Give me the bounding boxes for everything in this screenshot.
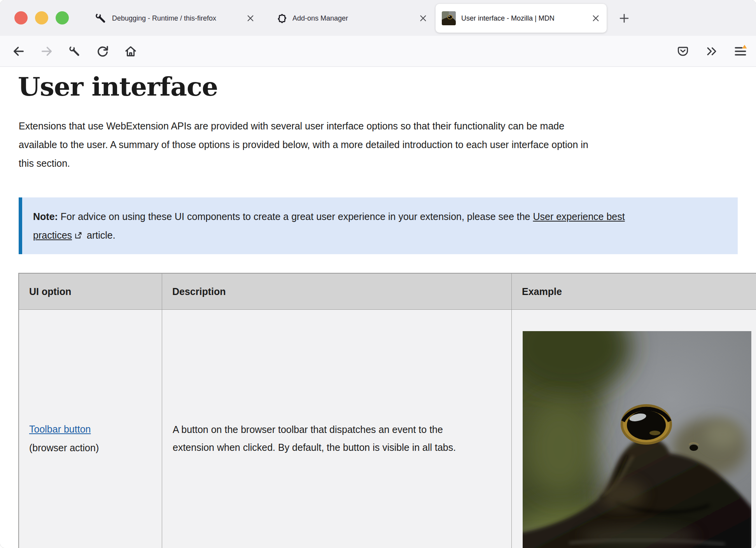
- update-badge: [742, 45, 747, 49]
- developer-wrench-button[interactable]: [65, 41, 85, 61]
- page-title: User interface: [18, 72, 218, 102]
- note-label: Note:: [33, 211, 58, 222]
- tab-title: User interface - Mozilla | MDN: [461, 14, 586, 23]
- forward-button[interactable]: [37, 41, 57, 61]
- intro-paragraph: Extensions that use WebExtension APIs ar…: [19, 117, 590, 173]
- description-cell: A button on the browser toolbar that dis…: [162, 310, 512, 548]
- wrench-icon: [94, 12, 107, 25]
- home-button[interactable]: [121, 41, 141, 61]
- tab-user-interface[interactable]: User interface - Mozilla | MDN: [436, 4, 607, 33]
- frog-example-image: [523, 331, 751, 548]
- reload-button[interactable]: [93, 41, 113, 61]
- tab-close-icon[interactable]: [243, 11, 257, 25]
- tab-title: Add-ons Manager: [292, 14, 414, 23]
- table-row: Toolbar button (browser action) A button…: [19, 310, 756, 548]
- ui-option-cell: Toolbar button (browser action): [19, 310, 162, 548]
- ui-options-table: UI option Description Example Toolbar bu…: [18, 273, 756, 548]
- header-description: Description: [162, 273, 512, 310]
- overflow-chevrons-icon[interactable]: [702, 41, 722, 61]
- back-button[interactable]: [9, 41, 29, 61]
- tab-addons-manager[interactable]: Add-ons Manager: [269, 4, 432, 33]
- header-ui-option: UI option: [19, 273, 162, 310]
- browser-action-subtext: (browser action): [29, 438, 161, 457]
- window-zoom-button[interactable]: [56, 11, 69, 24]
- tab-close-icon[interactable]: [416, 11, 430, 25]
- note-text: Note: For advice on using these UI compo…: [33, 207, 632, 244]
- header-example: Example: [512, 273, 756, 310]
- window-close-button[interactable]: [14, 11, 28, 24]
- new-tab-button[interactable]: [615, 9, 633, 27]
- frog-favicon: [442, 11, 456, 25]
- external-link-icon: [74, 231, 82, 239]
- pocket-icon[interactable]: [673, 41, 693, 61]
- tab-close-icon[interactable]: [589, 11, 603, 25]
- page-content: User interface Extensions that use WebEx…: [0, 67, 756, 548]
- example-cell: [512, 310, 756, 548]
- window-controls: [14, 11, 69, 24]
- note-callout: Note: For advice on using these UI compo…: [19, 197, 738, 254]
- toolbar-button-link[interactable]: Toolbar button: [29, 424, 91, 435]
- tab-title: Debugging - Runtime / this-firefox: [112, 14, 241, 23]
- window-minimize-button[interactable]: [35, 11, 48, 24]
- table-header-row: UI option Description Example: [19, 273, 756, 310]
- tab-debugging[interactable]: Debugging - Runtime / this-firefox: [89, 4, 260, 33]
- puzzle-icon: [275, 12, 288, 25]
- menu-icon[interactable]: [730, 41, 751, 61]
- navigation-toolbar: https://developer.mozilla.org/en-US/docs…: [0, 36, 756, 67]
- browser-window: Debugging - Runtime / this-firefox Add-o…: [0, 0, 756, 548]
- tab-bar: Debugging - Runtime / this-firefox Add-o…: [0, 0, 756, 36]
- description-text: A button on the browser toolbar that dis…: [163, 421, 466, 456]
